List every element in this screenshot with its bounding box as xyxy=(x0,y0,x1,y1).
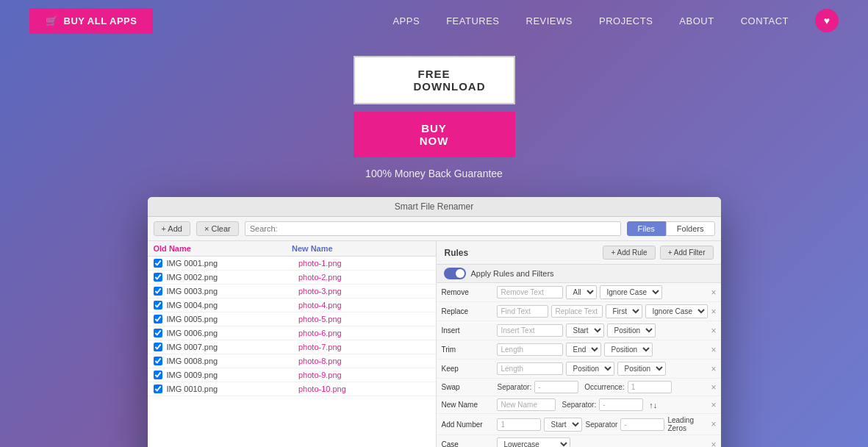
rule-select-1[interactable]: Start xyxy=(566,323,604,337)
file-checkbox[interactable] xyxy=(154,357,162,365)
file-checkbox[interactable] xyxy=(154,259,162,268)
table-row[interactable]: IMG 0009.png photo-9.png xyxy=(148,368,437,382)
folders-toggle-button[interactable]: Folders xyxy=(666,221,715,236)
buy-now-button[interactable]: BUY NOW xyxy=(354,112,515,157)
rule-input-2[interactable] xyxy=(620,418,664,431)
table-row[interactable]: IMG 0007.png photo-7.png xyxy=(148,340,437,354)
file-new-name: photo-4.png xyxy=(298,301,431,310)
rule-label: Case xyxy=(441,440,494,447)
apply-toggle-row: Apply Rules and Filters xyxy=(437,265,720,283)
free-download-button[interactable]: FREE DOWNLOAD xyxy=(354,56,515,104)
file-checkbox[interactable] xyxy=(154,385,162,393)
file-old-name: IMG 0001.png xyxy=(167,259,299,268)
rule-input-1[interactable] xyxy=(497,324,563,337)
rule-select-2[interactable]: Position xyxy=(607,323,656,337)
rule-select-1[interactable]: First xyxy=(606,304,642,318)
rules-header: Rules + Add Rule + Add Filter xyxy=(437,241,720,265)
file-checkbox[interactable] xyxy=(154,301,162,310)
rule-select-1[interactable]: Start xyxy=(544,418,582,432)
table-row[interactable]: IMG 0005.png photo-5.png xyxy=(148,312,437,326)
rule-input-1[interactable] xyxy=(497,286,563,298)
buy-all-apps-button[interactable]: 🛒 BUY ALL APPS xyxy=(29,8,153,34)
table-row[interactable]: IMG 0008.png photo-8.png xyxy=(148,354,437,368)
nav-link-contact[interactable]: CONTACT xyxy=(741,15,789,26)
rule-select-1[interactable]: Position xyxy=(566,362,614,376)
rule-input-3[interactable] xyxy=(628,381,672,393)
list-item: Replace First Ignore Case× xyxy=(437,302,720,321)
files-folders-toggle: Files Folders xyxy=(627,221,715,236)
rule-select-1[interactable]: Lowercase xyxy=(497,437,570,447)
table-row[interactable]: IMG 0006.png photo-6.png xyxy=(148,326,437,340)
rule-input-2[interactable] xyxy=(599,398,643,411)
file-checkbox[interactable] xyxy=(154,371,162,379)
file-checkbox[interactable] xyxy=(154,329,162,337)
file-old-name: IMG 0009.png xyxy=(167,371,299,379)
file-list-header: Old Name New Name xyxy=(148,241,437,257)
apply-toggle-switch[interactable] xyxy=(444,268,466,279)
file-checkbox[interactable] xyxy=(154,287,162,296)
rule-select-1[interactable]: End xyxy=(566,343,601,357)
rules-table: Remove All Ignore Case×Replace First Ign… xyxy=(437,283,720,447)
file-new-name: photo-8.png xyxy=(298,357,431,365)
rule-close-button[interactable]: × xyxy=(711,307,716,317)
rule-label: Replace xyxy=(441,307,494,315)
add-button[interactable]: + Add xyxy=(154,221,190,236)
app-window: Smart File Renamer + Add × Clear Files F… xyxy=(148,197,721,447)
list-item: CaseLowercase× xyxy=(437,435,720,447)
nav-link-features[interactable]: FEATURES xyxy=(446,15,499,26)
rule-select-2[interactable]: Position xyxy=(604,343,653,357)
add-filter-button[interactable]: + Add Filter xyxy=(660,246,714,260)
files-toggle-button[interactable]: Files xyxy=(627,221,666,236)
rule-select-2[interactable]: Ignore Case xyxy=(645,304,708,318)
file-new-name: photo-5.png xyxy=(298,315,431,323)
nav-link-projects[interactable]: PROJECTS xyxy=(599,15,653,26)
table-row[interactable]: IMG 0003.png photo-3.png xyxy=(148,285,437,298)
cart-icon: 🛒 xyxy=(46,15,58,26)
table-row[interactable]: IMG 0001.png photo-1.png xyxy=(148,257,437,271)
rule-input-1[interactable] xyxy=(497,305,548,318)
file-new-name: photo-3.png xyxy=(298,287,431,296)
table-row[interactable]: IMG 0010.png photo-10.png xyxy=(148,382,437,396)
rule-input-2[interactable] xyxy=(534,381,578,393)
app-toolbar: + Add × Clear Files Folders xyxy=(148,217,721,241)
file-old-name: IMG 0010.png xyxy=(167,385,299,393)
heart-icon[interactable]: ♥ xyxy=(815,9,839,32)
file-old-name: IMG 0006.png xyxy=(167,329,299,337)
search-input[interactable] xyxy=(245,221,621,236)
nav-link-reviews[interactable]: REVIEWS xyxy=(526,15,573,26)
list-item: Keep Position Position× xyxy=(437,360,720,379)
rule-close-button[interactable]: × xyxy=(711,345,716,355)
rule-close-button[interactable]: × xyxy=(711,326,716,336)
file-checkbox[interactable] xyxy=(154,273,162,282)
rule-close-button[interactable]: × xyxy=(711,382,716,393)
add-rule-button[interactable]: + Add Rule xyxy=(603,246,655,260)
table-row[interactable]: IMG 0002.png photo-2.png xyxy=(148,271,437,285)
rule-close-button[interactable]: × xyxy=(711,400,716,410)
rule-close-button[interactable]: × xyxy=(711,287,716,298)
file-old-name: IMG 0004.png xyxy=(167,301,299,310)
nav-links: APPS FEATURES REVIEWS PROJECTS ABOUT CON… xyxy=(392,9,839,32)
rule-input-2[interactable] xyxy=(551,305,603,318)
nav-link-apps[interactable]: APPS xyxy=(392,15,420,26)
rule-select-1[interactable]: All xyxy=(566,285,597,299)
rules-action-buttons: + Add Rule + Add Filter xyxy=(603,246,713,260)
list-item: Add Number Start Separator Leading Zeros… xyxy=(437,414,720,435)
rule-input-1[interactable] xyxy=(497,418,541,431)
file-checkbox[interactable] xyxy=(154,315,162,323)
file-old-name: IMG 0007.png xyxy=(167,343,299,351)
file-checkbox[interactable] xyxy=(154,343,162,351)
app-main-pane: Old Name New Name IMG 0001.png photo-1.p… xyxy=(148,241,721,447)
rule-close-button[interactable]: × xyxy=(711,364,716,374)
rule-select-2[interactable]: Ignore Case xyxy=(600,285,662,299)
rule-select-2[interactable]: Position xyxy=(617,362,666,376)
table-row[interactable]: IMG 0004.png photo-4.png xyxy=(148,298,437,312)
rule-input-1[interactable] xyxy=(497,362,563,375)
rule-input-1[interactable] xyxy=(497,398,556,411)
nav-link-about[interactable]: ABOUT xyxy=(679,15,714,26)
clear-button[interactable]: × Clear xyxy=(196,221,239,236)
file-old-name: IMG 0003.png xyxy=(167,287,299,296)
file-new-name: photo-7.png xyxy=(298,343,431,351)
rule-input-1[interactable] xyxy=(497,343,563,356)
rule-close-button[interactable]: × xyxy=(711,419,716,429)
rule-close-button[interactable]: × xyxy=(711,440,716,448)
